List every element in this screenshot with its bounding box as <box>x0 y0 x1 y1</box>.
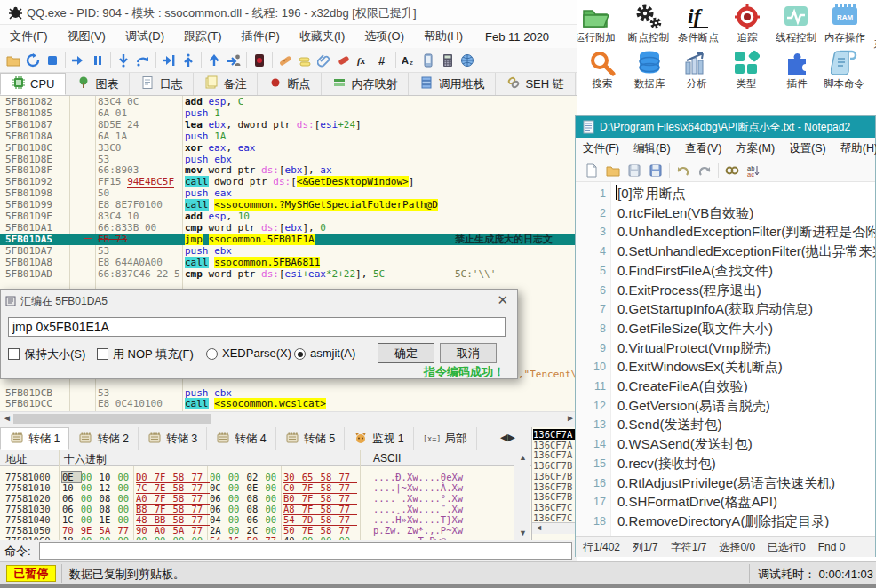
text-line-18[interactable]: 180.RemoveDirectoryA(删除指定目录) <box>576 512 875 531</box>
launcher-breakpoint-control[interactable]: 断点控制 <box>622 4 675 44</box>
dump-vscrollbar[interactable]: ▲▼ <box>514 450 530 540</box>
launcher-analyze[interactable]: 分析 <box>670 50 723 91</box>
notepad2-editor[interactable]: 1[0]常用断点20.rtcFileLen(VB自效验)30.Unhandled… <box>576 182 875 536</box>
disasm-row[interactable]: 5FB01DAD66:837C46 22 5cmp word ptr ds:[e… <box>0 268 577 280</box>
menu-item-1[interactable]: 视图(V) <box>58 28 115 44</box>
menu-item-4[interactable]: 插件(P) <box>232 28 290 44</box>
text-line-17[interactable]: 170.SHFormatDrive(格盘API) <box>576 492 875 512</box>
launcher-memory-ops[interactable]: RAM内存操作 <box>818 4 872 44</box>
device-icon[interactable] <box>418 51 438 70</box>
run-icon[interactable] <box>68 51 88 70</box>
text-line-5[interactable]: 50.FindFirstFileA(查找文件) <box>576 261 875 281</box>
tab-日志[interactable]: 日志 <box>130 73 194 95</box>
launcher-types[interactable]: 类型 <box>720 50 773 91</box>
tab-scroll-arrows[interactable]: ◀▶ <box>500 432 515 443</box>
text-line-3[interactable]: 30.UnhandledExceptionFilter(判断进程是否附加 <box>576 222 875 242</box>
open-file-icon[interactable] <box>4 51 23 70</box>
launcher-thread-control[interactable]: 线程控制 <box>769 4 823 44</box>
disasm-row[interactable]: 5FB01D9E83C4 10add esp, 10 <box>0 211 577 222</box>
menu-item-0[interactable]: 文件(F) <box>0 28 58 44</box>
find-icon[interactable] <box>721 161 743 180</box>
hot-patch-icon[interactable] <box>334 51 354 70</box>
disasm-row[interactable]: 5FB01D856A 01push 1 <box>0 107 577 119</box>
launcher-database[interactable]: 数据库 <box>623 50 676 91</box>
command-input[interactable] <box>39 542 572 560</box>
dump-tab-3[interactable]: 转储 3 <box>139 427 207 450</box>
stack-pane[interactable]: 136CF7A136CF7A136CF7A136CF7B136CF7B136CF… <box>531 427 577 540</box>
text-line-8[interactable]: 80.GetFileSize(取文件大小) <box>576 319 875 338</box>
save-icon[interactable] <box>624 161 645 180</box>
tab-断点[interactable]: 断点 <box>258 73 322 95</box>
disasm-row[interactable]: 5FB01D8283C4 0Cadd esp, C <box>0 96 577 107</box>
text-line-13[interactable]: 130.Send(发送封包) <box>576 415 875 434</box>
keep-size-checkbox[interactable] <box>8 348 20 360</box>
disasm-row[interactable]: 5FB01DA8E8 644A0A00call ssocommon.5FBA68… <box>0 257 577 268</box>
attach-icon[interactable] <box>315 51 334 70</box>
cancel-button[interactable]: 取消 <box>440 343 497 363</box>
tab-CPU[interactable]: CPU <box>0 73 66 95</box>
hash-icon[interactable]: # <box>373 51 393 70</box>
disasm-row[interactable]: 5FB01D8F66:8903mov word ptr ds:[ebx], ax <box>0 164 577 176</box>
stack-row[interactable]: 136CF7A <box>533 449 577 460</box>
ok-button[interactable]: 确定 <box>378 343 434 363</box>
breakpoint-toggle-icon[interactable] <box>250 51 269 70</box>
text-line-4[interactable]: 40.SetUnhandledExceptionFilter(抛出异常来判 <box>576 242 875 261</box>
disasm-row[interactable]: 5FB01DA753push ebx <box>0 245 577 257</box>
stack-row[interactable]: 136CF7A <box>533 440 577 450</box>
step-out-icon[interactable] <box>179 51 198 70</box>
text-line-9[interactable]: 90.VirtualProtect(Vmp脱壳) <box>576 338 875 358</box>
restart-icon[interactable] <box>23 51 43 70</box>
menu-item-7[interactable]: 帮助(H) <box>414 28 473 44</box>
dump-tab-5[interactable]: 转储 5 <box>276 427 345 450</box>
globe-icon[interactable] <box>458 51 477 70</box>
disasm-row[interactable]: 5FB01D8C33C0xor eax, eax <box>0 142 577 154</box>
pause-icon[interactable] <box>88 51 108 70</box>
disasm-row[interactable]: 5FB01DA166:833B 00cmp word ptr ds:[ebx],… <box>0 222 577 234</box>
replace-icon[interactable]: abac <box>743 161 764 180</box>
text-line-1[interactable]: 1[0]常用断点 <box>576 184 875 203</box>
stack-row[interactable]: 136CF7B <box>533 491 577 502</box>
np-menu-item-5[interactable]: 帮助(H) <box>833 141 876 156</box>
notes-icon[interactable] <box>295 51 315 70</box>
disasm-row[interactable]: 5FB01D878D5E 24lea ebx, dword ptr ds:[es… <box>0 119 577 131</box>
save-copy-icon[interactable] <box>645 161 666 180</box>
np-menu-item-3[interactable]: 方案(M) <box>729 141 782 156</box>
stack-row[interactable]: 136CF7B <box>533 460 577 471</box>
text-line-15[interactable]: 150.recv(接收封包) <box>576 454 875 473</box>
new-file-icon[interactable] <box>581 161 602 180</box>
redo-icon[interactable] <box>694 161 715 180</box>
stack-row[interactable]: 136CF7B <box>533 471 577 481</box>
stack-row[interactable]: 136CF7B <box>533 481 577 492</box>
dump-tab-6[interactable]: 监视 1 <box>345 427 413 450</box>
run-to-icon[interactable] <box>159 51 179 70</box>
close-icon[interactable]: ✕ <box>497 292 508 308</box>
open-file-icon[interactable] <box>602 161 624 180</box>
az-icon[interactable]: Az <box>399 51 418 70</box>
disasm-row[interactable]: 5FB01DA5EB 73jmp·ssocommon.5FB01E1A禁止生成庞… <box>0 234 577 245</box>
launcher-run-attach[interactable]: 运行附加 <box>577 4 622 44</box>
dump-tab-4[interactable]: 转储 4 <box>207 427 275 450</box>
launcher-search[interactable]: 搜索 <box>577 50 629 91</box>
text-line-2[interactable]: 20.rtcFileLen(VB自效验) <box>576 203 875 223</box>
menu-item-2[interactable]: 调试(D) <box>115 28 174 44</box>
launcher-conditional-breakpoint[interactable]: if条件断点 <box>672 4 725 44</box>
hex-dump-view[interactable]: 地址 十六进制 ASCII 775810000E001000D07F587700… <box>0 450 531 540</box>
step-into-icon[interactable] <box>114 51 133 70</box>
calculator-icon[interactable] <box>438 51 458 70</box>
text-line-10[interactable]: 100.ExitWindowsEx(关机断点) <box>576 357 875 377</box>
text-line-14[interactable]: 140.WSASend(发送封包) <box>576 434 875 454</box>
disasm-row[interactable]: 5FB01DCCE8 0C410100call <ssocommon.wcslc… <box>0 398 577 409</box>
np-menu-item-0[interactable]: 文件(F) <box>576 141 626 156</box>
stack-hscrollbar[interactable]: ◄ <box>532 522 577 534</box>
np-menu-item-2[interactable]: 查看(V) <box>678 141 729 156</box>
launcher-plugin[interactable]: 插件 <box>770 50 824 91</box>
np-menu-item-1[interactable]: 编辑(B) <box>626 141 678 156</box>
text-line-7[interactable]: 70.GetStartupInfoA(获取启动信息) <box>576 299 875 319</box>
launcher-script-command[interactable]: 脚本命令 <box>817 50 871 91</box>
fill-nop-checkbox[interactable] <box>97 348 108 360</box>
undo-icon[interactable] <box>673 161 694 180</box>
fx-icon[interactable]: fx <box>354 51 373 70</box>
tab-SEH 链[interactable]: SEH 链 <box>496 73 575 95</box>
asmjit-radio[interactable] <box>294 348 306 360</box>
text-line-11[interactable]: 110.CreateFileA(自效验) <box>576 377 875 396</box>
